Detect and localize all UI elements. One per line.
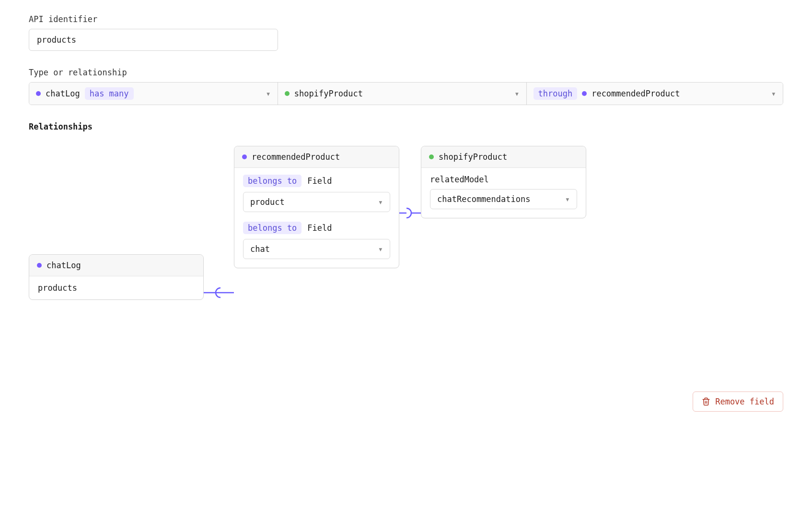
chatlog-card-title: chatLog [46,261,81,270]
relationship-left-model: chatLog [46,89,80,98]
has-many-badge: has many [85,87,134,100]
field-label: Field [307,223,332,233]
recommended-block-1: belongs to Field product ▾ [243,175,390,212]
recommended-block-1-select[interactable]: product ▾ [243,192,390,212]
relationships-heading: Relationships [29,122,783,131]
connector-lines [29,146,783,347]
chevron-down-icon: ▾ [565,194,570,204]
relationship-right-model: recommendedProduct [592,89,680,98]
remove-field-label: Remove field [715,397,774,406]
recommended-product-header: recommendedProduct [234,146,399,168]
api-identifier-label: API identifier [29,14,783,24]
model-dot-icon [36,91,41,96]
type-relationship-label: Type or relationship [29,68,783,77]
shopify-product-card: shopifyProduct relatedModel chatRecommen… [421,146,586,218]
belongs-to-badge: belongs to [243,222,302,234]
field-label: Field [307,176,332,186]
belongs-to-badge: belongs to [243,175,302,187]
through-badge: through [534,87,578,100]
related-model-label: relatedModel [430,175,489,184]
remove-field-button[interactable]: Remove field [693,392,783,412]
chevron-down-icon: ▾ [771,89,776,98]
shopify-product-title: shopifyProduct [439,152,507,162]
model-dot-icon [242,154,247,159]
model-dot-icon [37,263,42,268]
trash-icon [702,397,710,406]
select-value: chat [250,244,270,254]
chevron-down-icon: ▾ [378,197,383,207]
relationship-middle-model: shopifyProduct [294,89,363,98]
relationship-diagram: chatLog products recommendedProduct belo… [29,146,783,347]
model-dot-icon [285,91,290,96]
recommended-block-2: belongs to Field chat ▾ [243,222,390,259]
chatlog-card: chatLog products [29,254,204,300]
chevron-down-icon: ▾ [514,89,519,98]
chevron-down-icon: ▾ [266,89,271,98]
select-value: chatRecommendations [437,194,530,204]
chevron-down-icon: ▾ [378,244,383,254]
chatlog-card-header: chatLog [29,255,203,276]
select-value: product [250,197,285,207]
relationship-right-selector[interactable]: through recommendedProduct ▾ [527,83,783,105]
shopify-select[interactable]: chatRecommendations ▾ [430,189,577,209]
model-dot-icon [429,154,434,159]
chatlog-field-row: products [29,276,203,299]
shopify-product-header: shopifyProduct [421,146,586,168]
relationship-selector-row: chatLog has many ▾ shopifyProduct ▾ thro… [29,82,783,105]
model-dot-icon [582,91,587,96]
api-identifier-input[interactable] [29,29,278,51]
relationship-middle-selector[interactable]: shopifyProduct ▾ [278,83,527,105]
relationship-left-selector[interactable]: chatLog has many ▾ [29,83,278,105]
recommended-block-2-select[interactable]: chat ▾ [243,239,390,259]
shopify-block: relatedModel chatRecommendations ▾ [430,175,577,209]
recommended-product-title: recommendedProduct [252,152,340,162]
recommended-product-card: recommendedProduct belongs to Field prod… [234,146,399,268]
